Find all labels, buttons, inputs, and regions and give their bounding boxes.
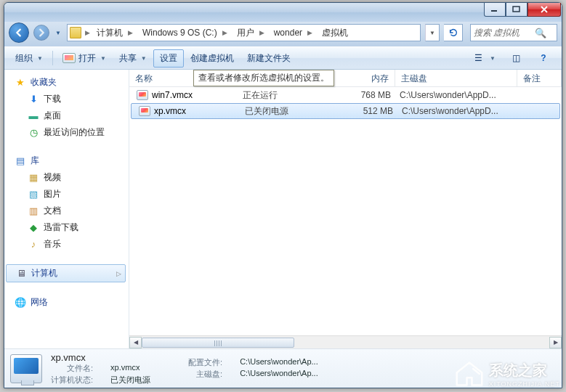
music-icon: ♪ — [28, 239, 39, 250]
folder-icon — [70, 27, 81, 38]
breadcrumb-drive[interactable]: Windows 9 OS (C:)▶ — [138, 25, 233, 41]
monitor-icon — [62, 53, 76, 63]
file-row[interactable]: xp.vmcx 已关闭电源 512 MB C:\Users\wonder\App… — [131, 103, 560, 119]
sidebar-computer[interactable]: 🖥计算机▷ — [6, 264, 126, 282]
sidebar: ★收藏夹 ⬇下载 ▬桌面 ◷最近访问的位置 ▤库 ▦视频 ▧图片 ▥文档 ◆迅雷… — [4, 70, 129, 348]
search-input[interactable] — [474, 28, 532, 38]
library-icon: ▤ — [15, 155, 26, 167]
sidebar-item-videos[interactable]: ▦视频 — [6, 169, 129, 186]
pane-icon: ◫ — [509, 52, 523, 64]
help-icon: ? — [536, 52, 551, 64]
sidebar-item-recent[interactable]: ◷最近访问的位置 — [6, 124, 129, 141]
star-icon: ★ — [15, 77, 26, 89]
tooltip: 查看或者修改所选虚拟机的设置。 — [193, 70, 334, 86]
sidebar-network[interactable]: 🌐网络 — [6, 294, 129, 311]
details-status-label: 计算机状态: — [51, 375, 93, 385]
settings-button[interactable]: 设置 — [153, 49, 184, 68]
organize-button[interactable]: 组织▼ — [9, 49, 49, 68]
create-vm-button[interactable]: 创建虚拟机 — [184, 49, 240, 68]
close-button[interactable] — [527, 3, 561, 17]
new-folder-button[interactable]: 新建文件夹 — [240, 49, 297, 68]
sidebar-item-music[interactable]: ♪音乐 — [6, 236, 129, 253]
sidebar-item-pictures[interactable]: ▧图片 — [6, 186, 129, 203]
nav-row: ▼ ▶ 计算机▶ Windows 9 OS (C:)▶ 用户▶ wonder▶ … — [4, 22, 562, 46]
scroll-left-button[interactable]: ◀ — [129, 337, 142, 348]
picture-icon: ▧ — [28, 189, 39, 200]
view-options-button[interactable]: ☰▼ — [464, 49, 502, 67]
toolbar: 组织▼ 打开▼ 共享▼ 设置 创建虚拟机 新建文件夹 ☰▼ ◫ ? — [4, 46, 562, 70]
explorer-window: ▼ ▶ 计算机▶ Windows 9 OS (C:)▶ 用户▶ wonder▶ … — [4, 2, 562, 388]
maximize-button[interactable] — [506, 3, 527, 17]
nav-history-dropdown[interactable]: ▼ — [54, 30, 62, 36]
search-box[interactable]: 🔍 — [470, 24, 557, 41]
sidebar-libraries[interactable]: ▤库 — [6, 152, 129, 169]
vm-large-icon — [10, 354, 42, 383]
details-disk-label: 主磁盘: — [188, 369, 222, 380]
open-button[interactable]: 打开▼ — [56, 49, 113, 68]
breadcrumb-user[interactable]: wonder▶ — [270, 25, 318, 41]
title-bar — [4, 3, 562, 22]
file-row[interactable]: win7.vmcx 正在运行 768 MB C:\Users\wonder\Ap… — [129, 87, 562, 103]
preview-pane-button[interactable]: ◫ — [502, 49, 530, 67]
computer-icon: 🖥 — [15, 268, 27, 279]
minimize-button[interactable] — [484, 3, 506, 17]
column-disk[interactable]: 主磁盘 — [395, 70, 517, 86]
vm-icon — [137, 90, 148, 100]
help-button[interactable]: ? — [530, 49, 557, 67]
chevron-right-icon[interactable]: ▶ — [83, 29, 92, 36]
breadcrumb-users[interactable]: 用户▶ — [233, 25, 270, 41]
content-pane: 查看或者修改所选虚拟机的设置。 名称 计算机状态 内存 主磁盘 备注 win7.… — [129, 70, 562, 348]
sidebar-item-xunlei[interactable]: ◆迅雷下载 — [6, 219, 129, 236]
column-memory[interactable]: 内存 — [333, 70, 395, 86]
horizontal-scrollbar[interactable]: ◀ ▶ — [129, 335, 562, 348]
sidebar-item-desktop[interactable]: ▬桌面 — [6, 107, 129, 124]
scroll-right-button[interactable]: ▶ — [549, 337, 562, 348]
details-config-label: 配置文件: — [188, 357, 222, 368]
recent-icon: ◷ — [28, 127, 39, 139]
view-icon: ☰ — [471, 52, 485, 64]
file-list: win7.vmcx 正在运行 768 MB C:\Users\wonder\Ap… — [129, 87, 562, 335]
breadcrumb-computer[interactable]: 计算机▶ — [92, 25, 138, 41]
details-pane: xp.vmcx 文件名:xp.vmcx 计算机状态:已关闭电源 配置文件:C:\… — [4, 348, 562, 388]
download-icon: ⬇ — [28, 94, 39, 105]
vm-icon — [139, 106, 150, 116]
sidebar-item-documents[interactable]: ▥文档 — [6, 203, 129, 219]
details-title: xp.vmcx — [51, 352, 150, 363]
back-button[interactable] — [9, 23, 29, 43]
scroll-thumb[interactable] — [142, 338, 294, 348]
address-bar[interactable]: ▶ 计算机▶ Windows 9 OS (C:)▶ 用户▶ wonder▶ 虚拟… — [67, 24, 421, 41]
svg-rect-0 — [491, 10, 497, 12]
svg-rect-1 — [513, 7, 519, 12]
column-notes[interactable]: 备注 — [517, 70, 562, 86]
details-filename-label: 文件名: — [51, 363, 93, 374]
share-button[interactable]: 共享▼ — [113, 49, 153, 68]
desktop-icon: ▬ — [28, 110, 39, 122]
document-icon: ▥ — [28, 205, 39, 217]
address-dropdown[interactable]: ▼ — [425, 24, 440, 41]
sidebar-item-downloads[interactable]: ⬇下载 — [6, 91, 129, 107]
refresh-button[interactable] — [444, 24, 463, 41]
chevron-right-icon[interactable]: ▷ — [116, 270, 121, 277]
refresh-icon — [448, 28, 458, 38]
forward-button[interactable] — [33, 25, 49, 41]
sidebar-favorites[interactable]: ★收藏夹 — [6, 74, 129, 91]
breadcrumb-folder[interactable]: 虚拟机 — [318, 25, 351, 41]
video-icon: ▦ — [28, 172, 39, 184]
xunlei-icon: ◆ — [28, 222, 39, 234]
network-icon: 🌐 — [15, 297, 26, 309]
search-icon[interactable]: 🔍 — [535, 28, 546, 38]
